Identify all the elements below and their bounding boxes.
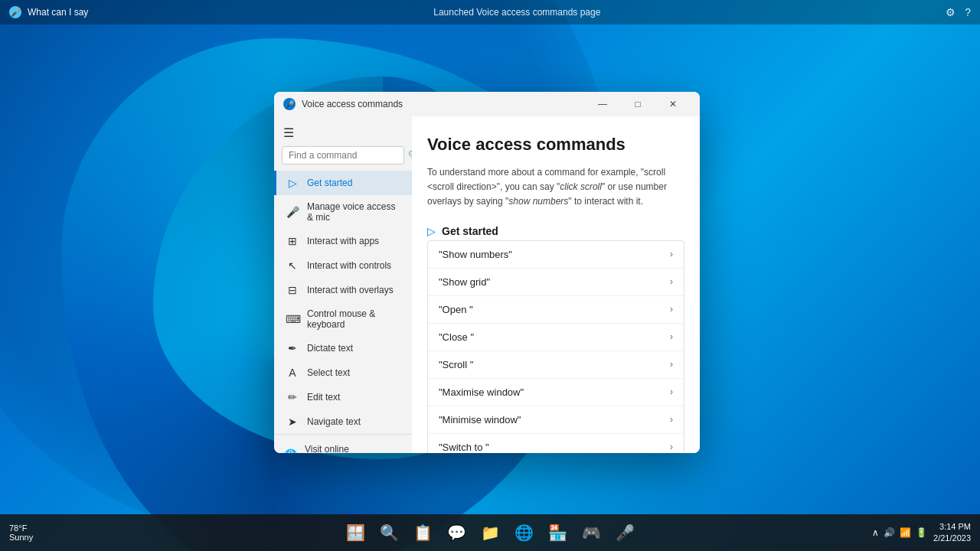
weather-desc: Sunny [9,533,33,542]
topbar-center-text: Launched Voice access commands page [433,7,600,18]
explorer-button[interactable]: 📁 [475,517,505,548]
nav-icon-manage-voice: 🎤 [286,206,299,218]
mic-icon: 🎤 [9,6,21,18]
nav-label-get-started: Get started [307,178,352,188]
command-item-1[interactable]: "Show grid" › [428,269,684,296]
command-text-7: "Switch to " [439,442,489,453]
sidebar-item-interact-overlays[interactable]: ⊟ Interact with overlays [274,278,412,302]
sidebar-item-interact-apps[interactable]: ⊞ Interact with apps [274,229,412,253]
edge-button[interactable]: 🌐 [508,517,539,548]
sidebar-item-get-started[interactable]: ▷ Get started [274,171,412,195]
section-header: ▷ Get started [427,225,684,237]
sidebar-bottom-items: 🌐 Visit online documentation ⬇ Download … [274,438,412,453]
command-item-7[interactable]: "Switch to " › [428,434,684,453]
bottom-icon-visit-docs: 🌐 [283,448,297,453]
taskbar: 78°F Sunny 🪟 🔍 📋 💬 📁 🌐 🏪 🎮 🎤 ∧ 🔊 📶 🔋 3:1… [0,514,980,551]
sound-icon[interactable]: 🔊 [884,527,895,538]
window-app-icon: 🎤 [283,98,296,110]
topbar-title: What can I say [28,7,88,18]
hamburger-button[interactable]: ☰ [274,116,412,146]
sidebar: ☰ 🔍 ▷ Get started 🎤 Manage voice access … [274,116,412,453]
page-title: Voice access commands [427,135,684,155]
store-button[interactable]: 🏪 [542,517,573,548]
nav-items: ▷ Get started 🎤 Manage voice access & mi… [274,171,412,434]
command-text-0: "Show numbers" [439,249,512,260]
tray-expand-icon[interactable]: ∧ [872,527,879,538]
command-item-4[interactable]: "Scroll " › [428,351,684,379]
command-item-6[interactable]: "Minimise window" › [428,406,684,434]
command-text-3: "Close " [439,331,474,343]
sidebar-item-edit-text[interactable]: ✏ Edit text [274,385,412,409]
command-text-6: "Minimise window" [439,414,521,425]
time-display: 3:14 PM [933,521,971,533]
minimize-button[interactable]: — [585,92,620,116]
sidebar-bottom: 🌐 Visit online documentation ⬇ Download … [274,434,412,453]
nav-label-edit-text: Edit text [307,392,340,403]
nav-icon-control-mouse: ⌨ [286,313,299,325]
command-item-0[interactable]: "Show numbers" › [428,241,684,269]
command-text-5: "Maximise window" [439,386,524,398]
nav-icon-dictate-text: ✒ [286,342,299,354]
window-title-left: 🎤 Voice access commands [283,98,403,110]
start-button[interactable]: 🪟 [340,517,371,548]
search-input[interactable] [289,150,403,161]
sidebar-item-dictate-text[interactable]: ✒ Dictate text [274,336,412,360]
maximize-button[interactable]: □ [620,92,655,116]
command-text-1: "Show grid" [439,276,490,288]
main-content: Voice access commands To understand more… [412,116,700,453]
window-body: ☰ 🔍 ▷ Get started 🎤 Manage voice access … [274,116,700,453]
topbar: 🎤 What can I say Launched Voice access c… [0,0,980,24]
nav-icon-edit-text: ✏ [286,391,299,403]
search-button[interactable]: 🔍 [374,517,404,548]
command-chevron-5: › [670,386,673,397]
command-chevron-1: › [670,276,673,287]
page-description: To understand more about a command for e… [427,165,684,210]
nav-icon-select-text: A [286,367,299,379]
system-tray-icons: ∧ 🔊 📶 🔋 [872,527,927,538]
chat-button[interactable]: 💬 [441,517,472,548]
bottom-label-visit-docs: Visit online documentation [305,444,403,453]
weather-temp: 78°F [9,523,33,533]
close-button[interactable]: ✕ [655,92,691,116]
section-play-icon: ▷ [427,225,436,237]
sidebar-item-control-mouse[interactable]: ⌨ Control mouse & keyboard [274,302,412,336]
weather-info: 78°F Sunny [9,523,33,542]
command-chevron-6: › [670,414,673,425]
sidebar-item-navigate-text[interactable]: ➤ Navigate text [274,409,412,434]
taskbar-left: 78°F Sunny [9,523,33,542]
nav-icon-interact-controls: ↖ [286,259,299,272]
nav-label-select-text: Select text [307,367,350,378]
nav-label-navigate-text: Navigate text [307,416,361,427]
sidebar-item-interact-controls[interactable]: ↖ Interact with controls [274,253,412,278]
taskview-button[interactable]: 📋 [407,517,438,548]
taskbar-center: 🪟 🔍 📋 💬 📁 🌐 🏪 🎮 🎤 [340,517,640,548]
nav-icon-get-started: ▷ [286,177,299,189]
battery-icon[interactable]: 🔋 [916,527,927,538]
command-chevron-7: › [670,442,673,452]
sidebar-item-manage-voice[interactable]: 🎤 Manage voice access & mic [274,195,412,229]
sidebar-bottom-visit-docs[interactable]: 🌐 Visit online documentation [274,438,412,453]
clock[interactable]: 3:14 PM 2/21/2023 [933,521,971,545]
nav-label-interact-controls: Interact with controls [307,260,391,271]
sidebar-item-select-text[interactable]: A Select text [274,360,412,385]
topbar-right: ⚙ ? [946,6,971,18]
xbox-button[interactable]: 🎮 [576,517,606,548]
command-item-2[interactable]: "Open " › [428,296,684,324]
command-item-5[interactable]: "Maximise window" › [428,379,684,406]
command-chevron-3: › [670,331,673,342]
nav-label-interact-apps: Interact with apps [307,236,379,246]
command-chevron-2: › [670,304,673,315]
section-title: Get started [442,225,498,237]
command-chevron-0: › [670,249,673,259]
topbar-left: 🎤 What can I say [9,6,88,18]
command-item-3[interactable]: "Close " › [428,324,684,351]
help-icon[interactable]: ? [965,6,971,18]
date-display: 2/21/2023 [933,533,971,544]
settings-icon[interactable]: ⚙ [946,6,956,18]
nav-label-dictate-text: Dictate text [307,343,353,354]
voice-access-button[interactable]: 🎤 [609,517,640,548]
nav-label-manage-voice: Manage voice access & mic [307,201,403,223]
window-controls: — □ ✕ [585,92,691,116]
command-items: "Show numbers" › "Show grid" › "Open " ›… [428,241,684,453]
network-icon[interactable]: 📶 [900,527,911,538]
